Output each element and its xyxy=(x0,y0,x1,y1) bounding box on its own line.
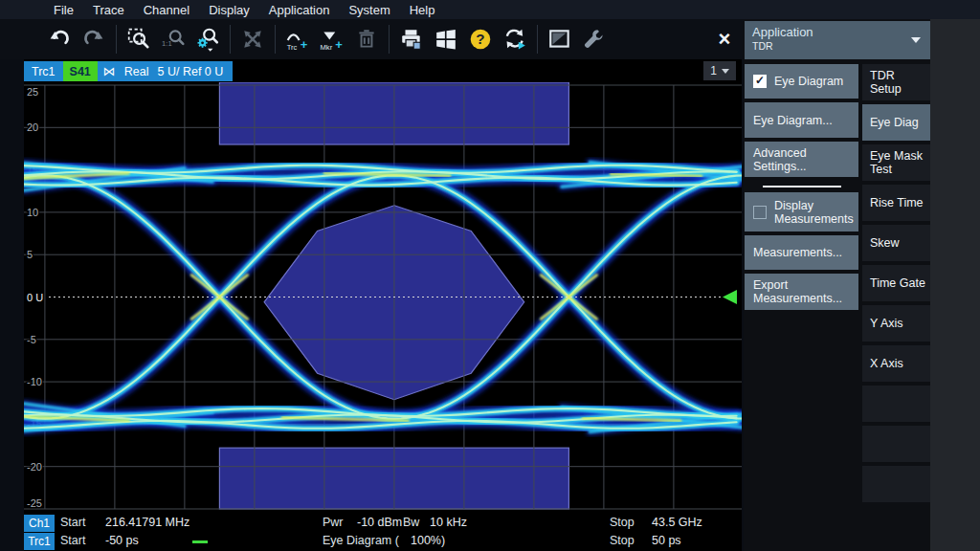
screenshot-icon[interactable] xyxy=(543,22,577,56)
channel-stop-label: Stop xyxy=(610,516,635,529)
trace-parameter-chip[interactable]: S41 xyxy=(63,61,98,81)
application-value: TDR xyxy=(752,40,923,52)
tab-time-gate[interactable]: Time Gate xyxy=(862,265,930,301)
export-measurements-button[interactable]: Export Measurements... xyxy=(745,274,858,310)
zoom-select-icon[interactable] xyxy=(122,22,156,56)
menu-display[interactable]: Display xyxy=(199,3,259,17)
print-icon[interactable] xyxy=(394,22,429,56)
diagram-area: Trc1 S41 ⋈ Real 5 U/ Ref 0 U 1 252015105… xyxy=(24,59,742,514)
trace-badge[interactable]: Trc1 xyxy=(24,533,55,550)
trace-format-chip[interactable]: ⋈ Real 5 U/ Ref 0 U xyxy=(98,61,234,81)
trace-measurement-label: Eye Diagram ( xyxy=(323,534,399,547)
tab-tdr-setup[interactable]: TDR Setup xyxy=(862,64,930,100)
tab-empty xyxy=(862,386,930,422)
undo-icon[interactable] xyxy=(42,22,77,56)
tab-skew[interactable]: Skew xyxy=(862,225,930,261)
menu-channel[interactable]: Channel xyxy=(134,3,199,17)
toolbar-separator xyxy=(389,25,390,54)
svg-text:-10: -10 xyxy=(27,376,42,387)
menu-system[interactable]: System xyxy=(339,3,399,17)
channel-badge[interactable]: Ch1 xyxy=(24,515,55,532)
channel-power-value[interactable]: -10 dBm xyxy=(357,516,402,529)
soft-panel-buttons: ✓ Eye Diagram Eye Diagram... Advanced Se… xyxy=(745,64,858,314)
zoom-1to1-icon[interactable]: 1:1 xyxy=(156,22,190,56)
setup-icon[interactable] xyxy=(577,22,612,56)
tab-empty xyxy=(862,426,930,462)
advanced-settings-button[interactable]: Advanced Settings... xyxy=(745,142,858,177)
eye-diagram-toggle-button[interactable]: ✓ Eye Diagram xyxy=(745,64,858,99)
tab-eye-mask-test[interactable]: Eye Mask Test xyxy=(862,144,930,181)
tab-x-axis[interactable]: X Axis xyxy=(862,345,930,382)
channel-power-label: Pwr xyxy=(323,516,344,529)
trace-format-label: Real xyxy=(124,65,149,78)
svg-text:-25: -25 xyxy=(27,497,42,509)
windows-icon[interactable] xyxy=(429,22,463,56)
toolbar-separator xyxy=(275,25,276,54)
trace-name-chip[interactable]: Trc1 xyxy=(24,61,63,81)
eye-diagram-dialog-button[interactable]: Eye Diagram... xyxy=(745,102,858,138)
eye-diagram-canvas[interactable]: 2520151050 U-5-10-15-20-25 xyxy=(24,82,742,514)
channel-stop-value[interactable]: 43.5 GHz xyxy=(652,516,702,529)
add-marker-button[interactable]: Mkr+ xyxy=(315,22,349,56)
button-label: Measurements... xyxy=(753,246,842,259)
trace-start-value[interactable]: -50 ps xyxy=(105,534,139,547)
menu-file[interactable]: File xyxy=(44,3,83,17)
channel-status-row: Ch1 Start 216.41791 MHz Pwr -10 dBm Bw 1… xyxy=(24,515,742,533)
trace-scale-label: 5 U/ Ref 0 U xyxy=(158,65,224,78)
sync-icon[interactable] xyxy=(498,22,532,56)
button-label: Advanced Settings... xyxy=(753,146,853,173)
svg-text:-5: -5 xyxy=(27,334,36,345)
trace-stop-label: Stop xyxy=(610,534,635,547)
add-trace-button[interactable]: Trc+ xyxy=(280,22,315,56)
channel-start-value[interactable]: 216.41791 MHz xyxy=(105,516,189,529)
svg-text:+: + xyxy=(301,37,308,52)
expand-icon[interactable] xyxy=(235,22,270,56)
redo-icon[interactable] xyxy=(77,22,111,56)
trace-status-row: Trc1 Start -50 ps Eye Diagram ( 100%) St… xyxy=(24,533,742,551)
soft-panel-margin xyxy=(930,19,980,551)
menu-application[interactable]: Application xyxy=(259,3,340,17)
chevron-down-icon xyxy=(911,37,921,43)
button-label: Display Measurements xyxy=(774,199,854,226)
button-label: Eye Diagram... xyxy=(753,114,833,127)
y-axis-labels: 2520151050 U-5-10-15-20-25 xyxy=(27,86,43,509)
help-icon[interactable]: ? xyxy=(463,22,498,56)
eye-diagram-icon: ⋈ xyxy=(103,64,116,78)
delete-icon[interactable] xyxy=(349,22,384,56)
trace-info-bar: Trc1 S41 ⋈ Real 5 U/ Ref 0 U xyxy=(24,61,233,81)
reference-level-marker-icon xyxy=(723,290,737,304)
soft-panel-tabs: TDR Setup Eye Diag Eye Mask Test Rise Ti… xyxy=(862,64,930,506)
svg-text:5: 5 xyxy=(27,249,33,260)
tab-rise-time[interactable]: Rise Time xyxy=(862,185,930,221)
tab-y-axis[interactable]: Y Axis xyxy=(862,305,930,342)
tab-eye-diag[interactable]: Eye Diag xyxy=(862,104,930,141)
svg-text:-20: -20 xyxy=(27,461,42,473)
button-label: Export Measurements... xyxy=(753,278,853,305)
zoom-config-icon[interactable] xyxy=(190,22,225,56)
application-selector[interactable]: Application TDR xyxy=(745,21,930,59)
menu-bar: File Trace Channel Display Application S… xyxy=(0,0,980,19)
svg-text:Mkr: Mkr xyxy=(321,43,333,52)
trace-start-label: Start xyxy=(60,534,85,547)
trace-stop-value[interactable]: 50 ps xyxy=(652,534,681,547)
channel-bandwidth-value[interactable]: 10 kHz xyxy=(430,516,467,529)
toolbar-separator xyxy=(537,25,538,54)
svg-text:10: 10 xyxy=(27,207,38,218)
measurements-dialog-button[interactable]: Measurements... xyxy=(745,235,858,270)
soft-panel: Application TDR ✓ Eye Diagram Eye Diagra… xyxy=(744,19,980,551)
display-measurements-toggle-button[interactable]: Display Measurements xyxy=(745,192,858,231)
chevron-down-icon xyxy=(722,69,729,74)
toolbar-separator xyxy=(230,25,231,54)
close-icon[interactable]: × xyxy=(709,23,740,55)
unchecked-checkbox-icon[interactable] xyxy=(753,206,767,219)
application-label: Application xyxy=(752,25,923,39)
checked-checkbox-icon[interactable]: ✓ xyxy=(753,75,767,88)
menu-trace[interactable]: Trace xyxy=(83,3,134,17)
diagram-number-selector[interactable]: 1 xyxy=(703,61,736,80)
menu-help[interactable]: Help xyxy=(400,3,445,17)
soft-panel-separator xyxy=(745,181,858,192)
svg-text:20: 20 xyxy=(27,121,38,133)
tab-empty xyxy=(862,466,930,502)
instrument-window: File Trace Channel Display Application S… xyxy=(0,0,980,551)
diagram-number: 1 xyxy=(710,64,717,77)
